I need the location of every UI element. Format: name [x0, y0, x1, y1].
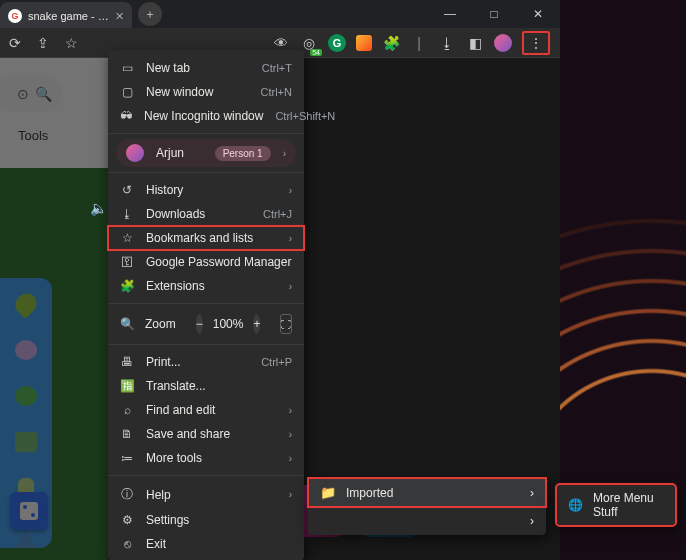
- dice-button[interactable]: [10, 492, 48, 530]
- bookmark-star-icon[interactable]: ☆: [62, 34, 80, 52]
- help-icon: ⓘ: [120, 486, 134, 503]
- window-icon: ▢: [120, 85, 134, 99]
- chevron-right-icon: ›: [289, 233, 292, 244]
- menu-item-incognito[interactable]: 🕶 New Incognito window Ctrl+Shift+N: [108, 104, 304, 128]
- browser-tab[interactable]: G snake game - Google S ✕: [0, 2, 132, 30]
- fruit-icon: [11, 289, 41, 319]
- menu-item-profile[interactable]: Arjun Person 1 ›: [116, 139, 296, 167]
- grammarly-icon[interactable]: G: [328, 34, 346, 52]
- chevron-right-icon: ›: [289, 405, 292, 416]
- eyeglass-icon[interactable]: 👁: [272, 34, 290, 52]
- export-icon[interactable]: ⇪: [34, 34, 52, 52]
- menu-item-translate[interactable]: 🈯 Translate...: [108, 374, 304, 398]
- chrome-window: Snake Game BIG 2 ⊙ 🔍 Tools 🔈: [0, 0, 560, 560]
- bookmarks-submenu: 📁 Imported › ›: [308, 478, 546, 535]
- google-search-bar[interactable]: ⊙ 🔍: [0, 76, 62, 112]
- chevron-right-icon: ›: [283, 148, 286, 159]
- profile-badge: Person 1: [215, 146, 271, 161]
- new-tab-button[interactable]: ＋: [138, 2, 162, 26]
- window-maximize[interactable]: □: [472, 0, 516, 28]
- zoom-percent: 100%: [213, 317, 244, 331]
- avatar-icon: [126, 144, 144, 162]
- tools-icon: ≔: [120, 451, 134, 465]
- sidepanel-icon[interactable]: ◧: [466, 34, 484, 52]
- translate-icon: 🈯: [120, 379, 134, 393]
- imported-submenu: 🌐 More Menu Stuff: [556, 484, 676, 526]
- tools-button[interactable]: Tools: [18, 128, 48, 143]
- triangle-icon: [15, 528, 37, 548]
- tab-close-icon[interactable]: ✕: [115, 10, 124, 23]
- menu-item-print[interactable]: 🖶 Print... Ctrl+P: [108, 350, 304, 374]
- menu-item-extensions[interactable]: 🧩 Extensions ›: [108, 274, 304, 298]
- printer-icon: 🖶: [120, 355, 134, 369]
- download-icon[interactable]: ⭳: [438, 34, 456, 52]
- chrome-main-menu: ▭ New tab Ctrl+T ▢ New window Ctrl+N 🕶 N…: [108, 50, 304, 560]
- menu-item-bookmarks[interactable]: ☆ Bookmarks and lists ›: [108, 226, 304, 250]
- menu-item-find[interactable]: ⌕ Find and edit ›: [108, 398, 304, 422]
- key-icon: ⚿: [120, 255, 134, 269]
- menu-item-exit[interactable]: ⎋ Exit: [108, 532, 304, 556]
- window-minimize[interactable]: —: [428, 0, 472, 28]
- page-content-left: ⊙ 🔍 Tools: [0, 58, 108, 560]
- extension-badge-icon[interactable]: ◎: [300, 34, 318, 52]
- menu-item-save-share[interactable]: 🗎 Save and share ›: [108, 422, 304, 446]
- reload-icon[interactable]: ⟳: [6, 34, 24, 52]
- chevron-right-icon: ›: [289, 281, 292, 292]
- menu-item-new-window[interactable]: ▢ New window Ctrl+N: [108, 80, 304, 104]
- menu-item-help[interactable]: ⓘ Help ›: [108, 481, 304, 508]
- volume-icon[interactable]: 🔈: [90, 200, 107, 216]
- zoom-out-button[interactable]: −: [196, 314, 203, 334]
- folder-icon: 📁: [320, 485, 336, 500]
- chevron-right-icon: ›: [289, 429, 292, 440]
- fullscreen-button[interactable]: ⛶: [280, 314, 292, 334]
- search-icon[interactable]: 🔍: [35, 86, 52, 102]
- menu-item-more-tools[interactable]: ≔ More tools ›: [108, 446, 304, 470]
- submenu-item-imported[interactable]: 📁 Imported ›: [308, 478, 546, 507]
- token-icon: [15, 386, 37, 406]
- submenu-item-more[interactable]: ›: [308, 507, 546, 535]
- bing-icon[interactable]: [356, 35, 372, 51]
- chevron-right-icon: ›: [289, 453, 292, 464]
- block-icon: [15, 432, 37, 452]
- camera-icon[interactable]: ⊙: [17, 86, 29, 102]
- submenu-item-more-menu-stuff[interactable]: 🌐 More Menu Stuff: [556, 484, 676, 526]
- profile-avatar-icon[interactable]: [494, 34, 512, 52]
- download-icon: ⭳: [120, 207, 134, 221]
- tab-icon: ▭: [120, 61, 134, 75]
- kebab-menu-highlight: ⋮: [522, 31, 550, 55]
- menu-item-settings[interactable]: ⚙ Settings: [108, 508, 304, 532]
- chevron-right-icon: ›: [289, 489, 292, 500]
- zoom-icon: 🔍: [120, 317, 135, 331]
- menu-item-history[interactable]: ↺ History ›: [108, 178, 304, 202]
- kebab-menu-icon[interactable]: ⋮: [527, 34, 545, 52]
- bulb-icon: [15, 340, 37, 360]
- tab-title: snake game - Google S: [28, 10, 109, 22]
- menu-item-new-tab[interactable]: ▭ New tab Ctrl+T: [108, 56, 304, 80]
- bookmark-star-icon: ☆: [120, 231, 134, 245]
- chevron-right-icon: ›: [289, 185, 292, 196]
- globe-icon: 🌐: [568, 498, 583, 512]
- history-icon: ↺: [120, 183, 134, 197]
- menu-zoom-row: 🔍 Zoom − 100% + ⛶: [108, 309, 304, 339]
- save-icon: 🗎: [120, 427, 134, 441]
- zoom-in-button[interactable]: +: [253, 314, 260, 334]
- incognito-icon: 🕶: [120, 109, 132, 123]
- favicon-icon: G: [8, 9, 22, 23]
- extensions-puzzle-icon[interactable]: 🧩: [382, 34, 400, 52]
- gear-icon: ⚙: [120, 513, 134, 527]
- exit-icon: ⎋: [120, 537, 134, 551]
- chevron-right-icon: ›: [530, 514, 534, 528]
- menu-item-password-manager[interactable]: ⚿ Google Password Manager: [108, 250, 304, 274]
- window-close[interactable]: ✕: [516, 0, 560, 28]
- menu-item-downloads[interactable]: ⭳ Downloads Ctrl+J: [108, 202, 304, 226]
- find-icon: ⌕: [120, 403, 134, 417]
- title-bar: G snake game - Google S ✕ ＋ — □ ✕: [0, 0, 560, 28]
- puzzle-icon: 🧩: [120, 279, 134, 293]
- chevron-right-icon: ›: [530, 486, 534, 500]
